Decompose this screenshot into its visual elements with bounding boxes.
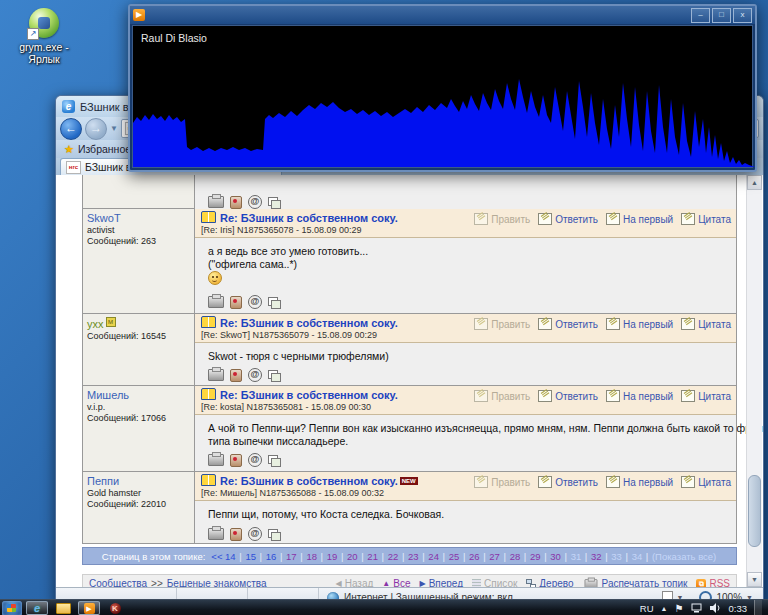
- email-icon[interactable]: @: [248, 295, 262, 309]
- notify-moderator-icon[interactable]: [230, 369, 242, 382]
- post-subject[interactable]: Re: БЗшник в собственном соку.: [220, 475, 398, 487]
- user-link[interactable]: ухх: [87, 318, 104, 330]
- page-link[interactable]: 21: [367, 551, 378, 562]
- post-text: А чой то Пеппи-щи? Пеппи вон как изыскан…: [208, 422, 730, 435]
- desktop-shortcut[interactable]: ↗ grym.exe - Ярлык: [8, 8, 80, 65]
- post-subject[interactable]: Re: БЗшник в собственном соку.: [220, 212, 398, 224]
- back-button[interactable]: ←: [60, 118, 82, 140]
- email-icon[interactable]: @: [248, 368, 262, 382]
- page-link[interactable]: 23: [408, 551, 419, 562]
- copy-icon[interactable]: [268, 455, 280, 466]
- reply-first-button[interactable]: На первый: [606, 213, 673, 225]
- page-link[interactable]: 31: [571, 551, 582, 562]
- print-icon[interactable]: [208, 296, 224, 308]
- page-separator: |: [603, 551, 611, 562]
- page-link[interactable]: 25: [449, 551, 460, 562]
- scroll-down-button[interactable]: ▼: [747, 572, 762, 587]
- print-icon[interactable]: [208, 196, 224, 208]
- page-link[interactable]: 22: [388, 551, 399, 562]
- network-icon[interactable]: [691, 603, 703, 613]
- reply-button[interactable]: Ответить: [538, 476, 598, 488]
- forward-button[interactable]: →: [85, 118, 107, 140]
- media-player-icon: ▶: [84, 603, 95, 614]
- forward-topic-button[interactable]: ▶Вперед: [420, 578, 464, 587]
- breadcrumb-topic-group[interactable]: Бешеные знакомства: [167, 578, 267, 587]
- reply-first-button[interactable]: На первый: [606, 390, 673, 402]
- page-link[interactable]: 26: [469, 551, 480, 562]
- start-button[interactable]: [2, 601, 22, 615]
- copy-icon[interactable]: [268, 197, 280, 208]
- copy-icon[interactable]: [268, 529, 280, 540]
- page-link[interactable]: 15: [245, 551, 256, 562]
- history-dropdown-icon[interactable]: ▼: [110, 124, 118, 133]
- post-subject[interactable]: Re: БЗшник в собственном соку.: [220, 389, 398, 401]
- edit-button: Править: [474, 213, 530, 225]
- email-icon[interactable]: @: [248, 453, 262, 467]
- print-topic-button[interactable]: Распечатать топик: [583, 578, 688, 588]
- copy-icon[interactable]: [268, 370, 280, 381]
- rss-button[interactable]: ⧉RSS: [696, 578, 730, 587]
- scrollbar-thumb[interactable]: [748, 475, 761, 547]
- favorites-button[interactable]: Избранное: [78, 143, 131, 155]
- post-body: Пеппи щи, потому, что Коста селедка. Боч…: [195, 501, 736, 543]
- clock[interactable]: 0:33: [729, 603, 748, 614]
- page-link[interactable]: 18: [306, 551, 317, 562]
- notify-moderator-icon[interactable]: [230, 296, 242, 309]
- page-separator: |: [562, 551, 570, 562]
- notify-moderator-icon[interactable]: [230, 454, 242, 467]
- quote-button[interactable]: Цитата: [681, 476, 731, 488]
- action-center-flag-icon[interactable]: ⚑: [675, 603, 684, 614]
- scroll-up-button[interactable]: ▲: [747, 175, 762, 190]
- email-icon[interactable]: @: [248, 527, 262, 541]
- page-link[interactable]: (Показать все): [652, 551, 716, 562]
- vertical-scrollbar[interactable]: ▲ ▼: [746, 175, 762, 587]
- page-link[interactable]: 32: [591, 551, 602, 562]
- page-link[interactable]: 29: [530, 551, 541, 562]
- print-icon[interactable]: [208, 528, 224, 540]
- notify-moderator-icon[interactable]: [230, 528, 242, 541]
- page-link[interactable]: 28: [510, 551, 521, 562]
- all-posts-button[interactable]: ▲Все: [382, 578, 410, 587]
- reply-button[interactable]: Ответить: [538, 390, 598, 402]
- tree-view-button[interactable]: Дерево: [526, 578, 573, 587]
- page-link[interactable]: << 14: [211, 551, 235, 562]
- reply-first-button[interactable]: На первый: [606, 476, 673, 488]
- email-icon[interactable]: @: [248, 195, 262, 209]
- taskbar-ie-button[interactable]: e: [26, 601, 48, 615]
- language-indicator[interactable]: RU: [640, 603, 654, 614]
- quote-button[interactable]: Цитата: [681, 390, 731, 402]
- taskbar-player-button[interactable]: ▶: [78, 601, 100, 615]
- taskbar-explorer-button[interactable]: [52, 601, 74, 615]
- taskbar-app-button[interactable]: K: [104, 601, 126, 615]
- reply-button[interactable]: Ответить: [538, 213, 598, 225]
- page-link[interactable]: 17: [286, 551, 297, 562]
- page-link[interactable]: 24: [428, 551, 439, 562]
- volume-icon[interactable]: [710, 603, 722, 613]
- user-link[interactable]: Пеппи: [87, 475, 119, 487]
- print-icon[interactable]: [208, 369, 224, 381]
- page-link[interactable]: 30: [550, 551, 561, 562]
- page-separator: |: [521, 551, 529, 562]
- notify-moderator-icon[interactable]: [230, 196, 242, 209]
- user-link[interactable]: SkwoT: [87, 212, 121, 224]
- post-subject[interactable]: Re: БЗшник в собственном соку.: [220, 317, 398, 329]
- page-link[interactable]: 27: [489, 551, 500, 562]
- tray-expand-icon[interactable]: ▲: [661, 605, 668, 612]
- breadcrumb-community[interactable]: Сообщества: [89, 578, 147, 587]
- copy-icon[interactable]: [268, 297, 280, 308]
- page-link[interactable]: 19: [327, 551, 338, 562]
- shortcut-app-icon[interactable]: ↗: [29, 8, 59, 38]
- page-link[interactable]: 33: [611, 551, 622, 562]
- user-link[interactable]: Мишель: [87, 389, 129, 401]
- print-icon[interactable]: [208, 454, 224, 466]
- reply-button[interactable]: Ответить: [538, 318, 598, 330]
- page-link[interactable]: 34: [632, 551, 643, 562]
- quote-button[interactable]: Цитата: [681, 213, 731, 225]
- show-desktop-button[interactable]: [754, 600, 762, 615]
- user-cell: SkwoT activist Сообщений: 263: [83, 209, 195, 313]
- quote-button[interactable]: Цитата: [681, 318, 731, 330]
- player-window: ▶ – □ x Raul Di Blasio: [128, 4, 757, 172]
- page-link[interactable]: 16: [266, 551, 277, 562]
- page-link[interactable]: 20: [347, 551, 358, 562]
- reply-first-button[interactable]: На первый: [606, 318, 673, 330]
